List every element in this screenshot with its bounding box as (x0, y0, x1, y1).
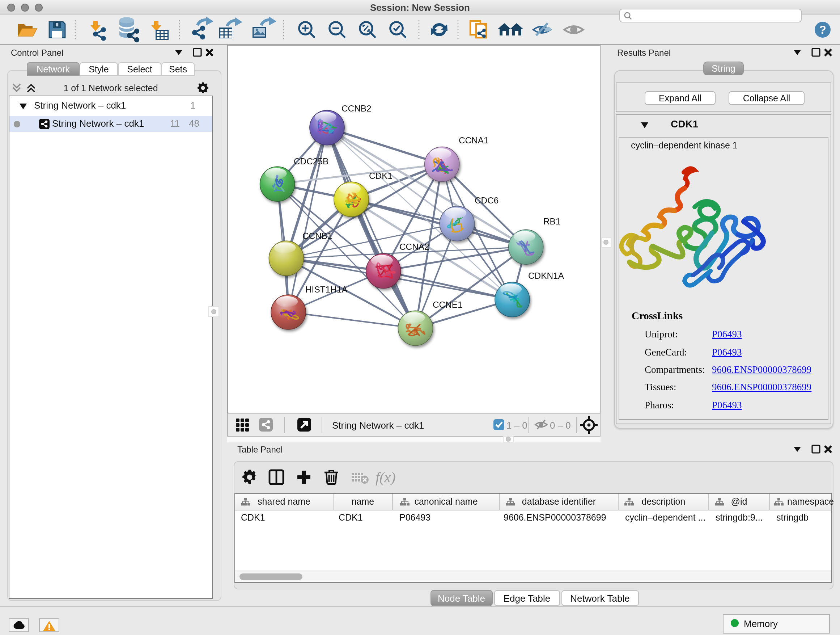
svg-text:CCNB2: CCNB2 (341, 103, 371, 113)
svg-text:CDK1: CDK1 (369, 171, 393, 181)
svg-text:f(x): f(x) (376, 469, 396, 486)
svg-text:CCNB1: CCNB1 (302, 231, 332, 241)
svg-text:CDC25B: CDC25B (294, 157, 328, 166)
svg-text:CCNA1: CCNA1 (459, 135, 489, 145)
svg-text:CCNA2: CCNA2 (399, 242, 429, 252)
svg-text:RB1: RB1 (543, 217, 561, 226)
svg-text:CDC6: CDC6 (475, 195, 499, 205)
svg-text:?: ? (819, 23, 826, 36)
svg-text:HIST1H1A: HIST1H1A (305, 285, 347, 295)
svg-text:CCNE1: CCNE1 (433, 300, 463, 310)
svg-text:CDKN1A: CDKN1A (528, 271, 564, 280)
